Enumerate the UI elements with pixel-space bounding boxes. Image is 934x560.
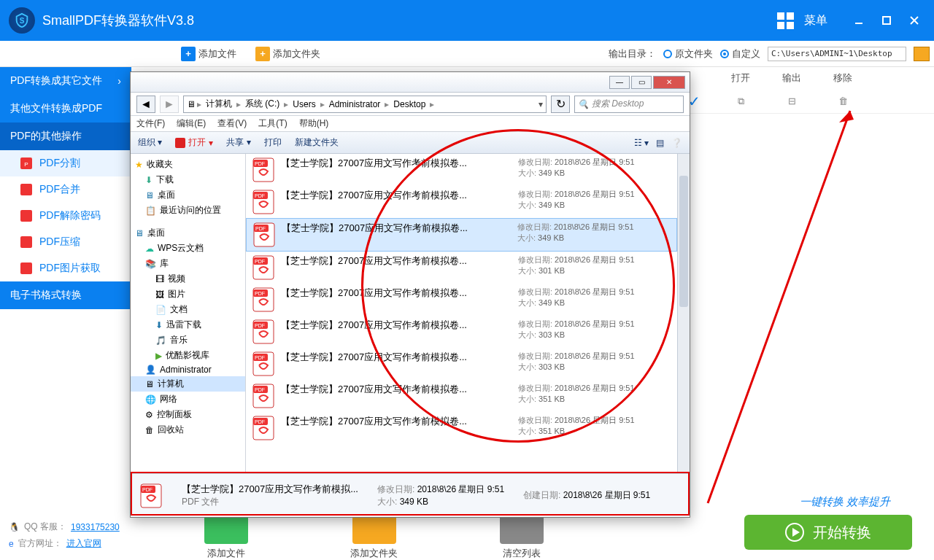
item-pdf-unlock[interactable]: PDF解除密码 xyxy=(0,203,131,229)
help-button[interactable]: ❔ xyxy=(671,138,682,148)
maximize-button[interactable] xyxy=(876,9,898,31)
cat-pdf-ops[interactable]: PDF的其他操作 xyxy=(0,122,131,150)
file-list[interactable]: PDF【芝士学院】27007应用文写作考前模拟卷...修改日期: 2018\8\… xyxy=(246,154,677,473)
radio-source-folder[interactable]: 原文件夹 xyxy=(663,47,713,61)
cat-ebook[interactable]: 电子书格式转换 xyxy=(0,281,131,309)
pdf-icon: PDF xyxy=(252,189,275,215)
tile-clear[interactable]: 清空列表 xyxy=(500,510,544,560)
pdf-icon: PDF xyxy=(252,254,275,281)
preview-toggle[interactable]: ▤ xyxy=(656,138,664,148)
pdf-icon: PDF xyxy=(252,319,275,345)
qq-icon: 🐧 xyxy=(9,522,20,532)
chevron-right-icon: › xyxy=(117,75,121,87)
dlg-maximize[interactable]: ▭ xyxy=(631,76,652,89)
radio-custom[interactable]: 自定义 xyxy=(720,47,760,61)
tile-add-file[interactable]: 添加文件 xyxy=(204,510,248,560)
svg-text:PDF: PDF xyxy=(255,226,266,231)
back-button[interactable]: ◄ xyxy=(136,96,155,113)
cat-pdf-to-other[interactable]: PDF转换成其它文件› xyxy=(0,67,131,95)
pdf-icon: PDF xyxy=(252,415,275,441)
browse-folder-button[interactable] xyxy=(914,47,930,61)
file-open-dialog: — ▭ ✕ ◄ ► 🖥▸ 计算机▸ 系统 (C:)▸ Users▸ Admini… xyxy=(130,71,690,518)
file-row[interactable]: PDF【芝士学院】27007应用文写作考前模拟卷...修改日期: 2018\8\… xyxy=(246,218,677,252)
pdf-icon: PDF xyxy=(252,287,275,313)
print-button[interactable]: 打印 xyxy=(264,136,282,149)
search-input[interactable]: 🔍搜索 Desktop xyxy=(574,96,684,113)
delete-icon[interactable]: 🗑 xyxy=(817,96,868,106)
organize-dropdown[interactable]: 组织 ▾ xyxy=(138,136,162,149)
svg-rect-10 xyxy=(20,262,32,274)
svg-text:PDF: PDF xyxy=(255,193,265,198)
app-logo: S xyxy=(9,7,35,34)
file-row[interactable]: PDF【芝士学院】27007应用文写作考前模拟卷...修改日期: 2018\8\… xyxy=(246,412,677,444)
view-dropdown[interactable]: ☷ ▾ xyxy=(634,138,649,148)
svg-rect-9 xyxy=(20,236,32,248)
add-folder-link[interactable]: +添加文件夹 xyxy=(255,47,320,61)
pdf-icon: PDF xyxy=(252,157,275,183)
ie-icon: e xyxy=(9,539,14,549)
menu-icon[interactable] xyxy=(777,12,794,29)
item-pdf-compress[interactable]: PDF压缩 xyxy=(0,229,131,255)
dlg-menubar[interactable]: 文件(F)编辑(E)查看(V)工具(T)帮助(H) xyxy=(131,116,690,132)
pdf-icon: PDF xyxy=(252,222,276,248)
file-row[interactable]: PDF【芝士学院】27007应用文写作考前模拟卷...修改日期: 2018\8\… xyxy=(246,380,677,412)
file-row[interactable]: PDF【芝士学院】27007应用文写作考前模拟卷...修改日期: 2018\8\… xyxy=(246,154,677,186)
pdf-icon: PDF xyxy=(252,351,275,377)
minimize-button[interactable] xyxy=(848,9,870,31)
file-row[interactable]: PDF【芝士学院】27007应用文写作考前模拟卷...修改日期: 2018\8\… xyxy=(246,316,677,348)
details-pane: PDF 【芝士学院】27007应用文写作考前模拟... PDF 文件 修改日期:… xyxy=(131,473,690,517)
item-pdf-split[interactable]: PPDF分割 xyxy=(0,150,131,176)
svg-rect-8 xyxy=(20,210,32,222)
play-icon xyxy=(785,523,804,542)
menu-label[interactable]: 菜单 xyxy=(804,13,827,28)
add-file-link[interactable]: +添加文件 xyxy=(181,47,236,61)
new-folder-button[interactable]: 新建文件夹 xyxy=(295,136,339,149)
start-convert-button[interactable]: 开始转换 xyxy=(744,515,912,550)
dlg-toolbar: 组织 ▾ 打开 ▾ 共享 ▾ 打印 新建文件夹 ☷ ▾ ▤ ❔ xyxy=(131,132,690,154)
open-icon[interactable]: ⧉ xyxy=(715,96,766,107)
folder-plus-icon: + xyxy=(255,47,270,61)
sidebar: PDF转换成其它文件› 其他文件转换成PDF PDF的其他操作 PPDF分割 P… xyxy=(0,67,131,560)
svg-text:P: P xyxy=(24,161,28,168)
dlg-close[interactable]: ✕ xyxy=(653,76,685,89)
svg-rect-2 xyxy=(883,17,890,24)
open-dropdown[interactable]: 打开 ▾ xyxy=(175,136,213,149)
slogan: 一键转换 效率提升 xyxy=(800,495,890,509)
app-title: SmallPDF转换器软件V3.8 xyxy=(42,12,194,29)
svg-text:S: S xyxy=(20,17,25,25)
svg-text:PDF: PDF xyxy=(255,387,265,392)
scrollbar[interactable] xyxy=(677,154,690,473)
breadcrumb[interactable]: 🖥▸ 计算机▸ 系统 (C:)▸ Users▸ Administrator▸ D… xyxy=(183,96,547,113)
svg-text:PDF: PDF xyxy=(255,323,265,328)
svg-text:PDF: PDF xyxy=(255,259,265,264)
file-row[interactable]: PDF【芝士学院】27007应用文写作考前模拟卷...修改日期: 2018\8\… xyxy=(246,348,677,380)
svg-text:PDF: PDF xyxy=(255,355,265,360)
tile-add-folder[interactable]: 添加文件夹 xyxy=(350,510,398,560)
close-button[interactable] xyxy=(903,9,925,31)
search-icon: 🔍 xyxy=(578,99,589,109)
item-pdf-extract-img[interactable]: PDF图片获取 xyxy=(0,255,131,281)
qq-link[interactable]: 1933175230 xyxy=(71,522,120,532)
svg-text:PDF: PDF xyxy=(142,487,153,492)
share-dropdown[interactable]: 共享 ▾ xyxy=(226,136,250,149)
pdf-icon: PDF xyxy=(252,383,275,409)
svg-text:PDF: PDF xyxy=(255,419,265,424)
svg-text:PDF: PDF xyxy=(255,291,265,296)
forward-button[interactable]: ► xyxy=(160,96,179,113)
svg-rect-7 xyxy=(20,184,32,195)
site-link[interactable]: 进入官网 xyxy=(66,537,101,550)
folder-tree[interactable]: ★收藏夹 ⬇下载 🖥桌面 📋最近访问的位置 🖥桌面 ☁WPS云文档 📚库 🎞视频… xyxy=(131,154,246,473)
dlg-minimize[interactable]: — xyxy=(609,76,630,89)
computer-icon: 🖥 xyxy=(187,99,196,109)
svg-text:PDF: PDF xyxy=(255,161,265,166)
file-row[interactable]: PDF【芝士学院】27007应用文写作考前模拟卷...修改日期: 2018\8\… xyxy=(246,252,677,284)
refresh-button[interactable]: ↻ xyxy=(551,96,570,113)
file-row[interactable]: PDF【芝士学院】27007应用文写作考前模拟卷...修改日期: 2018\8\… xyxy=(246,284,677,316)
file-row[interactable]: PDF【芝士学院】27007应用文写作考前模拟卷...修改日期: 2018\8\… xyxy=(246,186,677,218)
plus-icon: + xyxy=(181,47,196,61)
item-pdf-merge[interactable]: PDF合并 xyxy=(0,176,131,203)
cat-other-to-pdf[interactable]: 其他文件转换成PDF xyxy=(0,95,131,122)
output-path-input[interactable]: C:\Users\ADMINI~1\Desktop xyxy=(768,47,906,61)
output-icon[interactable]: ⊟ xyxy=(766,96,817,106)
titlebar: S SmallPDF转换器软件V3.8 菜单 xyxy=(0,0,934,41)
